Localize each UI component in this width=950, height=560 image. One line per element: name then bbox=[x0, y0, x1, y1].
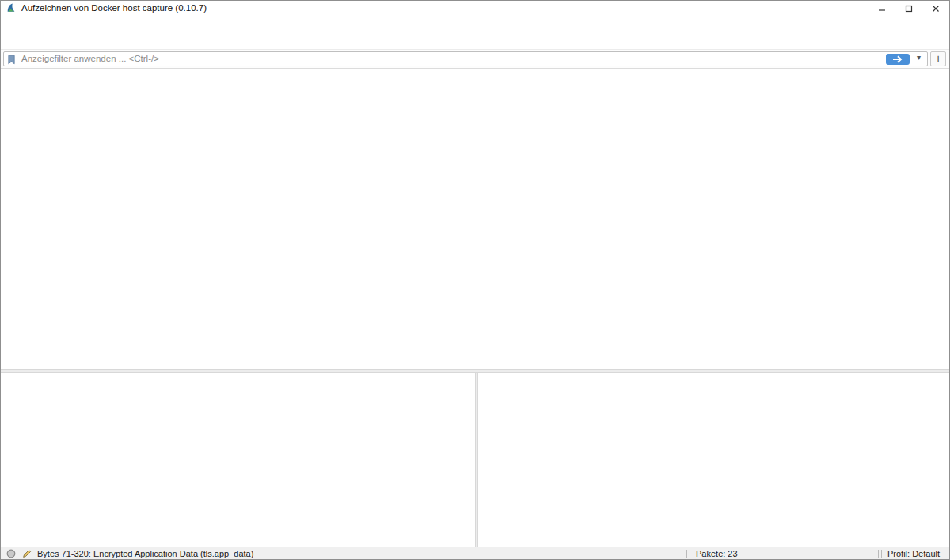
status-field-info: Bytes 71-320: Encrypted Application Data… bbox=[37, 549, 253, 558]
maximize-icon[interactable] bbox=[895, 1, 922, 17]
wireshark-window: Aufzeichnen von Docker host capture (0.1… bbox=[0, 0, 950, 560]
capture-comment-pencil-icon[interactable] bbox=[21, 548, 32, 560]
packet-list-header bbox=[1, 69, 949, 84]
wireshark-logo-icon bbox=[6, 2, 17, 17]
packet-detail-pane bbox=[1, 373, 475, 547]
status-bar: Bytes 71-320: Encrypted Application Data… bbox=[1, 547, 949, 560]
main-toolbar bbox=[1, 32, 949, 50]
filter-bar: Anzeigefilter anwenden ... <Ctrl-/> ▾ + bbox=[1, 50, 949, 69]
status-packet-count: Pakete: 23 bbox=[696, 549, 738, 558]
status-divider bbox=[878, 550, 882, 558]
window-controls bbox=[868, 1, 949, 17]
filter-dropdown-chevron-icon[interactable]: ▾ bbox=[917, 53, 921, 62]
packet-bytes-pane bbox=[478, 373, 950, 547]
display-filter-input[interactable]: Anzeigefilter anwenden ... <Ctrl-/> ▾ bbox=[3, 51, 928, 66]
menu-bar bbox=[1, 17, 949, 33]
add-filter-button[interactable]: + bbox=[930, 51, 946, 66]
expert-info-icon[interactable] bbox=[6, 548, 17, 560]
filter-placeholder: Anzeigefilter anwenden ... <Ctrl-/> bbox=[21, 54, 159, 63]
bookmark-icon[interactable] bbox=[6, 54, 17, 68]
close-icon[interactable] bbox=[922, 1, 949, 17]
status-divider bbox=[686, 550, 690, 558]
apply-filter-button[interactable] bbox=[886, 54, 910, 65]
title-bar: Aufzeichnen von Docker host capture (0.1… bbox=[1, 1, 949, 17]
status-profile[interactable]: Profil: Default bbox=[887, 549, 940, 558]
window-title: Aufzeichnen von Docker host capture (0.1… bbox=[21, 3, 207, 13]
packet-list bbox=[1, 83, 949, 369]
minimize-icon[interactable] bbox=[868, 1, 895, 17]
